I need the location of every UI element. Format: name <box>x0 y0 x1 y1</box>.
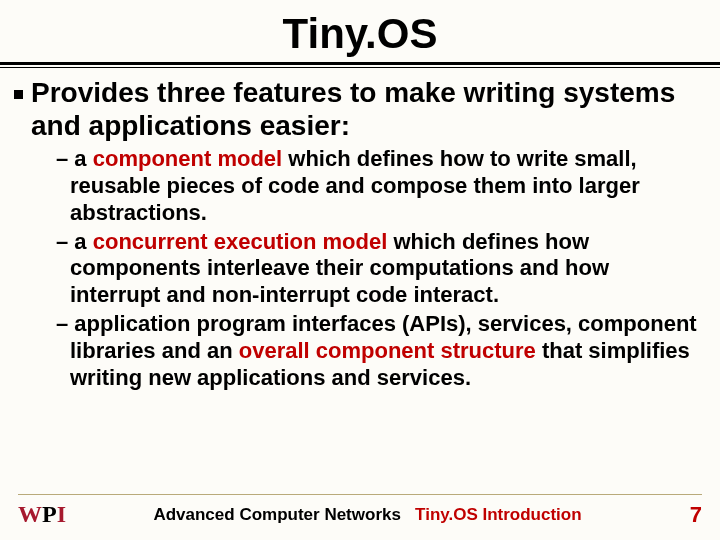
page-number: 7 <box>670 502 702 528</box>
item-emph: component model <box>93 146 282 171</box>
logo-i: I <box>57 501 65 528</box>
logo-p: P <box>42 501 56 528</box>
wpi-logo: WPI <box>18 501 65 528</box>
footer-topic: Tiny.OS Introduction <box>415 505 582 524</box>
lead-row: Provides three features to make writing … <box>14 76 698 142</box>
footer: WPI Advanced Computer Networks Tiny.OS I… <box>0 494 720 528</box>
footer-divider <box>18 494 702 495</box>
list-item: – application program interfaces (APIs),… <box>56 311 698 391</box>
footer-row: WPI Advanced Computer Networks Tiny.OS I… <box>18 501 702 528</box>
footer-course: Advanced Computer Networks <box>153 505 401 524</box>
bullet-square-icon <box>14 90 23 99</box>
title-area: Tiny.OS <box>0 0 720 68</box>
item-pre: a <box>74 229 92 254</box>
item-pre: a <box>74 146 92 171</box>
logo-w: W <box>18 501 41 528</box>
lead-text: Provides three features to make writing … <box>31 76 698 142</box>
item-emph: concurrent execution model <box>93 229 388 254</box>
content-area: Provides three features to make writing … <box>0 68 720 392</box>
footer-center: Advanced Computer Networks Tiny.OS Intro… <box>65 505 670 525</box>
slide-title: Tiny.OS <box>0 10 720 58</box>
list-item: – a concurrent execution model which def… <box>56 229 698 309</box>
list-item: – a component model which defines how to… <box>56 146 698 226</box>
sub-list: – a component model which defines how to… <box>56 146 698 391</box>
item-emph: overall component structure <box>239 338 536 363</box>
